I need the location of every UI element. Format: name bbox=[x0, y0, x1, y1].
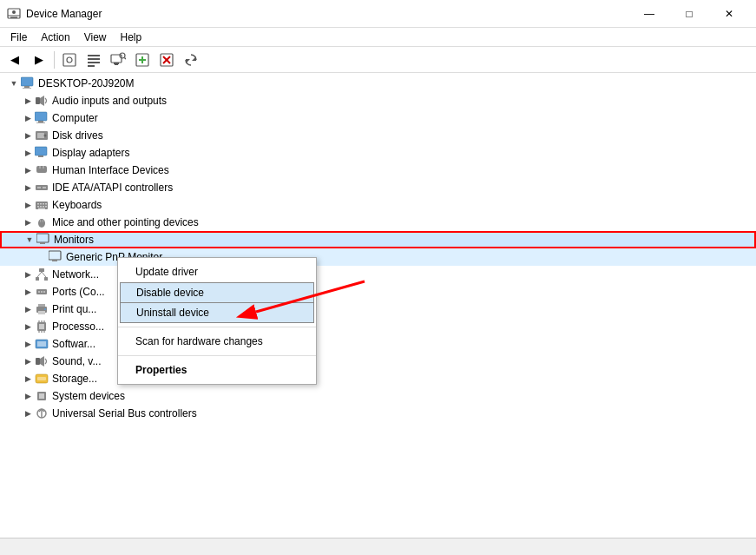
svg-rect-59 bbox=[39, 268, 44, 272]
toolbar-forward[interactable]: ▶ bbox=[28, 50, 50, 70]
tree-print[interactable]: ▶ Print qu... bbox=[0, 301, 756, 318]
disk-icon bbox=[35, 129, 49, 142]
ctx-scan-changes[interactable]: Scan for hardware changes bbox=[118, 331, 316, 352]
mice-icon bbox=[35, 215, 49, 229]
toolbar-back[interactable]: ◀ bbox=[3, 50, 26, 70]
ide-icon bbox=[35, 181, 49, 195]
svg-rect-24 bbox=[24, 86, 30, 88]
svg-rect-7 bbox=[88, 58, 100, 60]
toolbar-add[interactable] bbox=[131, 50, 154, 70]
expand-processors: ▶ bbox=[21, 320, 35, 334]
svg-point-13 bbox=[120, 53, 125, 58]
toolbar-update[interactable] bbox=[180, 50, 202, 70]
svg-rect-30 bbox=[36, 122, 45, 123]
menu-file[interactable]: File bbox=[3, 30, 34, 45]
expand-audio: ▶ bbox=[21, 94, 35, 108]
svg-rect-8 bbox=[88, 62, 100, 63]
hid-label: Human Interface Devices bbox=[52, 164, 169, 176]
svg-rect-60 bbox=[36, 277, 39, 281]
svg-rect-48 bbox=[40, 206, 42, 208]
minimize-button[interactable]: — bbox=[629, 0, 669, 28]
tree-root[interactable]: ▼ DESKTOP-20J920M bbox=[0, 75, 756, 92]
svg-marker-22 bbox=[186, 59, 190, 63]
expand-mice: ▶ bbox=[21, 215, 35, 229]
expand-hid: ▶ bbox=[21, 163, 35, 177]
expand-computer: ▶ bbox=[21, 111, 35, 125]
tree-keyboard[interactable]: ▶ Keyboards bbox=[0, 196, 756, 214]
svg-rect-26 bbox=[36, 97, 40, 104]
svg-rect-35 bbox=[38, 155, 43, 157]
svg-rect-9 bbox=[88, 65, 95, 67]
menu-action[interactable]: Action bbox=[34, 30, 76, 45]
svg-marker-27 bbox=[40, 96, 44, 106]
tree-storage[interactable]: ▶ Storage... bbox=[0, 370, 756, 387]
svg-line-14 bbox=[125, 57, 127, 59]
tree-network[interactable]: ▶ Network... bbox=[0, 266, 756, 283]
toolbar-properties[interactable] bbox=[58, 50, 81, 70]
ide-label: IDE ATA/ATAPI controllers bbox=[52, 182, 173, 194]
expand-system: ▶ bbox=[21, 389, 35, 403]
tree-audio[interactable]: ▶ Audio inputs and outputs bbox=[0, 92, 756, 109]
menu-view[interactable]: View bbox=[77, 30, 114, 45]
usb-icon bbox=[35, 406, 49, 420]
system-label: System devices bbox=[52, 390, 125, 402]
tree-usb[interactable]: ▶ Universal Serial Bus controllers bbox=[0, 405, 756, 422]
svg-rect-34 bbox=[35, 147, 47, 155]
svg-rect-87 bbox=[39, 393, 44, 399]
svg-point-67 bbox=[43, 291, 45, 293]
display-label: Display adapters bbox=[52, 147, 129, 159]
svg-rect-41 bbox=[43, 187, 46, 188]
tree-monitors[interactable]: ▼ Monitors bbox=[0, 231, 756, 248]
tree-sound[interactable]: ▶ Sound, v... bbox=[0, 353, 756, 370]
display-icon bbox=[35, 146, 49, 160]
svg-rect-49 bbox=[43, 206, 44, 208]
tree-mice[interactable]: ▶ Mice and other pointing devices bbox=[0, 214, 756, 231]
status-bar bbox=[0, 538, 756, 555]
expand-sound: ▶ bbox=[21, 354, 35, 368]
tree-system[interactable]: ▶ System devices bbox=[0, 387, 756, 405]
keyboard-icon bbox=[35, 198, 49, 212]
svg-rect-45 bbox=[43, 203, 44, 205]
svg-point-71 bbox=[44, 308, 46, 310]
tree-computer[interactable]: ▶ Computer bbox=[0, 109, 756, 127]
tree-software[interactable]: ▶ Softwar... bbox=[0, 335, 756, 353]
svg-rect-51 bbox=[38, 208, 45, 210]
expand-storage: ▶ bbox=[21, 372, 35, 386]
tree-hid[interactable]: ▶ Human Interface Devices bbox=[0, 162, 756, 179]
svg-rect-46 bbox=[45, 203, 47, 205]
tree-display[interactable]: ▶ Display adapters bbox=[0, 144, 756, 162]
svg-rect-69 bbox=[38, 304, 45, 307]
print-label: Print qu... bbox=[52, 303, 96, 315]
print-icon bbox=[35, 302, 49, 316]
expand-ide: ▶ bbox=[21, 181, 35, 195]
app-icon bbox=[7, 7, 21, 21]
svg-point-3 bbox=[12, 10, 16, 14]
expand-ports: ▶ bbox=[21, 285, 35, 299]
close-button[interactable]: ✕ bbox=[709, 0, 749, 28]
monitor-icon bbox=[36, 233, 50, 247]
tree-generic-monitor[interactable]: Generic PnP Monitor bbox=[0, 248, 756, 266]
tree-processors[interactable]: ▶ Processo... bbox=[0, 318, 756, 335]
svg-rect-37 bbox=[39, 166, 41, 168]
ctx-separator2 bbox=[118, 355, 316, 356]
audio-label: Audio inputs and outputs bbox=[52, 95, 167, 107]
ctx-disable-device[interactable]: Disable device bbox=[120, 282, 314, 303]
toolbar-scan[interactable] bbox=[107, 50, 129, 70]
ctx-properties[interactable]: Properties bbox=[118, 360, 316, 380]
toolbar-remove[interactable] bbox=[155, 50, 178, 70]
window-controls: — □ ✕ bbox=[629, 0, 749, 28]
tree-ports[interactable]: ▶ Ports (Co... bbox=[0, 283, 756, 301]
processors-icon bbox=[35, 320, 49, 334]
maximize-button[interactable]: □ bbox=[669, 0, 709, 28]
svg-marker-21 bbox=[192, 56, 196, 61]
ctx-update-driver[interactable]: Update driver bbox=[118, 261, 316, 282]
menu-help[interactable]: Help bbox=[114, 30, 149, 45]
toolbar-list[interactable] bbox=[82, 50, 105, 70]
tree-ide[interactable]: ▶ IDE ATA/ATAPI controllers bbox=[0, 179, 756, 196]
tree-disk[interactable]: ▶ Disk drives bbox=[0, 127, 756, 144]
ctx-uninstall-device[interactable]: Uninstall device bbox=[120, 303, 314, 323]
toolbar-separator-1 bbox=[54, 51, 55, 69]
ports-label: Ports (Co... bbox=[52, 286, 105, 298]
storage-label: Storage... bbox=[52, 373, 97, 385]
svg-marker-83 bbox=[40, 356, 44, 367]
